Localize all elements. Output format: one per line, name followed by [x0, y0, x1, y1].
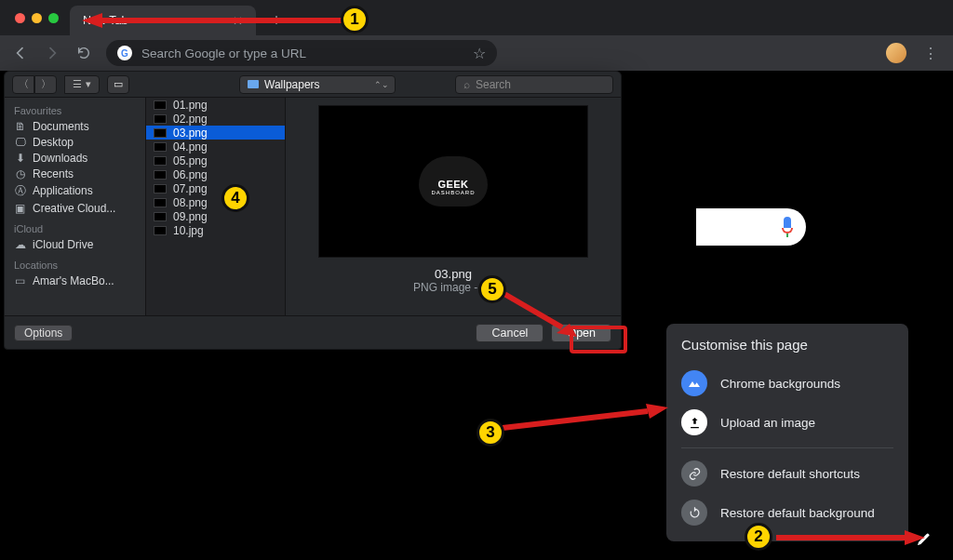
- sidebar-item-label: Recents: [33, 167, 74, 180]
- annotation-highlight-open: [570, 326, 627, 353]
- annotation-arrow-3: [499, 402, 676, 435]
- sidebar-item[interactable]: ◷Recents: [5, 166, 145, 181]
- preview-filename: 03.png: [435, 267, 472, 281]
- sidebar-header-icloud: iCloud: [5, 221, 145, 236]
- browser-tab[interactable]: New Tab ✕: [70, 6, 256, 35]
- file-thumb-icon: [154, 114, 167, 124]
- view-columns-icon[interactable]: ☰ ▾: [64, 75, 100, 94]
- file-name: 01.png: [173, 99, 208, 112]
- file-open-dialog: 〈 〉 ☰ ▾ ▭ Wallpapers ⌃⌄ ⌕ Search Favouri…: [4, 71, 622, 350]
- file-thumb-icon: [154, 170, 167, 180]
- file-row[interactable]: 10.jpg: [146, 223, 285, 237]
- restore-shortcuts-option[interactable]: Restore default shortcuts: [681, 454, 893, 493]
- file-thumb-icon: [154, 156, 167, 166]
- view-segment[interactable]: ☰ ▾: [64, 75, 100, 94]
- sidebar-item-label: iCloud Drive: [33, 238, 93, 251]
- location-popup[interactable]: Wallpapers ⌃⌄: [239, 75, 396, 94]
- sidebar-item-icon: 🖵: [14, 136, 26, 149]
- dialog-back-button[interactable]: 〈: [12, 75, 34, 94]
- google-favicon: G: [117, 46, 132, 60]
- file-row[interactable]: 04.png: [146, 140, 285, 153]
- sidebar-item-icon: ▭: [14, 274, 26, 287]
- svg-marker-2: [646, 404, 668, 419]
- sidebar-item-label: Documents: [33, 120, 89, 133]
- file-name: 05.png: [173, 154, 208, 167]
- window-controls: [9, 0, 59, 35]
- sidebar-item[interactable]: ⒶApplications: [5, 181, 145, 200]
- ntp-search-fragment[interactable]: [696, 208, 806, 246]
- dialog-bottom-bar: Options Cancel Open: [5, 315, 621, 349]
- browser-menu-button[interactable]: ⋮: [919, 45, 942, 62]
- file-name: 10.jpg: [173, 224, 204, 237]
- dialog-forward-button[interactable]: 〉: [34, 75, 57, 94]
- customise-title: Customise this page: [681, 337, 893, 353]
- file-row[interactable]: 08.png: [146, 195, 285, 209]
- mountain-icon: [681, 370, 707, 396]
- preview-image: GEEKDASHBOARD: [318, 105, 588, 258]
- sidebar-item-label: Creative Cloud...: [33, 202, 115, 215]
- tab-close-icon[interactable]: ✕: [233, 14, 243, 28]
- file-name: 04.png: [173, 140, 208, 153]
- file-row[interactable]: 05.png: [146, 153, 285, 167]
- file-thumb-icon: [154, 100, 167, 110]
- preview-pane: GEEKDASHBOARD 03.png PNG image - 34: [286, 98, 621, 315]
- dialog-search-field[interactable]: ⌕ Search: [455, 75, 613, 94]
- voice-search-icon[interactable]: [782, 217, 793, 237]
- sidebar-item[interactable]: ⬇Downloads: [5, 150, 145, 166]
- sidebar-item-icon: Ⓐ: [14, 183, 26, 199]
- file-thumb-icon: [154, 212, 167, 221]
- upload-image-option[interactable]: Upload an image: [681, 403, 893, 442]
- cancel-button[interactable]: Cancel: [476, 324, 544, 342]
- file-thumb-icon: [154, 142, 167, 152]
- options-button[interactable]: Options: [14, 325, 73, 341]
- file-row[interactable]: 01.png: [146, 98, 285, 112]
- file-name: 08.png: [173, 196, 208, 209]
- restore-icon: [681, 500, 707, 526]
- zoom-window-button[interactable]: [48, 13, 59, 23]
- sidebar-item[interactable]: ▭Amar's MacBo...: [5, 273, 145, 288]
- file-dialog-toolbar: 〈 〉 ☰ ▾ ▭ Wallpapers ⌃⌄ ⌕ Search: [5, 72, 621, 98]
- file-thumb-icon: [154, 128, 167, 138]
- file-thumb-icon: [154, 198, 167, 207]
- profile-avatar[interactable]: [886, 43, 906, 63]
- sidebar-item[interactable]: ▣Creative Cloud...: [5, 200, 145, 216]
- bookmark-star-icon[interactable]: ☆: [473, 45, 486, 62]
- sidebar-item-icon: ◷: [14, 167, 26, 180]
- new-tab-button[interactable]: +: [265, 9, 288, 32]
- file-row[interactable]: 03.png: [146, 126, 285, 140]
- group-button[interactable]: ▭: [107, 75, 129, 94]
- back-button[interactable]: [11, 44, 30, 62]
- sidebar-item[interactable]: ☁iCloud Drive: [5, 236, 145, 252]
- file-list[interactable]: 01.png02.png03.png04.png05.png06.png07.p…: [146, 98, 286, 315]
- folder-icon: [248, 80, 259, 88]
- sidebar-item-icon: ▣: [14, 202, 26, 215]
- omnibox-placeholder: Search Google or type a URL: [141, 47, 463, 60]
- file-name: 06.png: [173, 168, 208, 181]
- sidebar-header-locations: Locations: [5, 258, 145, 273]
- tab-title: New Tab: [83, 14, 128, 27]
- sidebar-item-label: Applications: [33, 184, 93, 197]
- restore-background-option[interactable]: Restore default background: [681, 493, 893, 532]
- file-thumb-icon: [154, 184, 167, 193]
- dialog-search-placeholder: Search: [476, 78, 511, 91]
- sidebar-item[interactable]: 🖵Desktop: [5, 134, 145, 150]
- file-row[interactable]: 07.png: [146, 181, 285, 195]
- chrome-backgrounds-option[interactable]: Chrome backgrounds: [681, 364, 893, 403]
- file-name: 09.png: [173, 210, 208, 223]
- reload-button[interactable]: [74, 44, 93, 62]
- close-window-button[interactable]: [15, 13, 25, 23]
- omnibox[interactable]: G Search Google or type a URL ☆: [106, 40, 497, 66]
- annotation-badge-2: 2: [745, 523, 772, 551]
- browser-toolbar: G Search Google or type a URL ☆ ⋮: [0, 35, 953, 71]
- file-row[interactable]: 09.png: [146, 209, 285, 223]
- updown-icon: ⌃⌄: [374, 80, 389, 89]
- file-row[interactable]: 06.png: [146, 167, 285, 181]
- search-icon: ⌕: [463, 78, 470, 91]
- file-row[interactable]: 02.png: [146, 112, 285, 126]
- location-label: Wallpapers: [264, 78, 320, 91]
- sidebar-item[interactable]: 🗎Documents: [5, 118, 145, 134]
- minimize-window-button[interactable]: [32, 13, 42, 23]
- forward-button[interactable]: [43, 44, 61, 62]
- customise-pencil-button[interactable]: [916, 530, 933, 547]
- customise-panel: Customise this page Chrome backgrounds U…: [666, 324, 908, 541]
